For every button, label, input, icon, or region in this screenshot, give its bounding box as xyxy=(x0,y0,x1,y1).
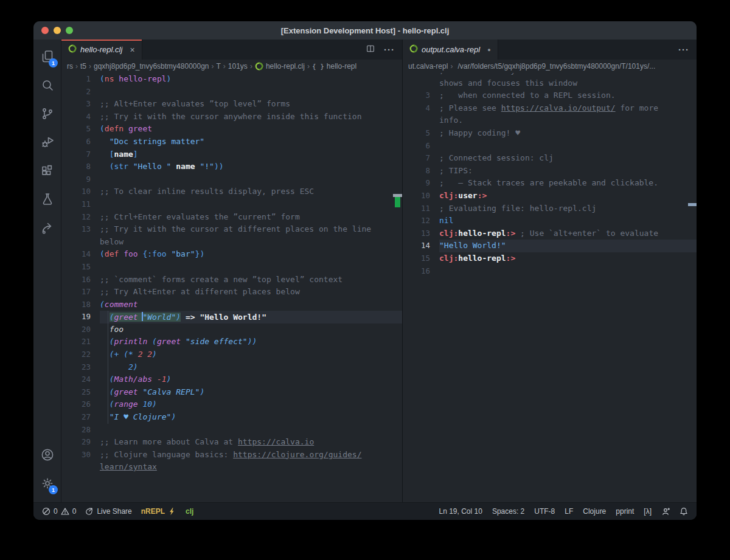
code-line[interactable]: 10clj:user:> xyxy=(403,190,697,202)
editor-groups: hello-repl.clj × ··· rs›t5›gqxhj8pd6p9_t… xyxy=(61,40,697,502)
code-line[interactable]: 13;; Try it with the cursor at different… xyxy=(61,223,402,236)
activity-item-explorer[interactable]: 1 xyxy=(33,42,61,71)
code-line[interactable]: 10;; To clear inline results display, pr… xyxy=(61,185,402,198)
breadcrumb-item[interactable]: T xyxy=(217,62,221,71)
activity-item-settings-gear[interactable]: 1 xyxy=(33,469,61,497)
code-line[interactable]: 19 (greet "World") => "Hello World!" xyxy=(61,311,402,323)
code-line[interactable]: 1(ns hello-repl) xyxy=(61,73,402,86)
code-line[interactable]: 11 xyxy=(61,198,402,211)
status-item-encoding[interactable]: UTF-8 xyxy=(534,507,555,516)
code-line[interactable]: 15 xyxy=(61,261,402,274)
code-line[interactable]: 30;; Clojure language basics: https://cl… xyxy=(61,449,402,461)
activity-item-source-control[interactable] xyxy=(33,99,61,128)
status-item-clj-session[interactable]: clj xyxy=(186,507,193,516)
editor-output-calva-repl[interactable]: ; TIPS: The keyboard shortcut `ctrl+alt+… xyxy=(403,73,697,502)
code-line[interactable]: 6 "Doc strings matter" xyxy=(61,136,402,148)
line-number: 20 xyxy=(61,323,91,336)
code-line[interactable]: 5(defn greet xyxy=(61,123,402,136)
status-item-pprint[interactable]: pprint xyxy=(616,507,634,516)
code-line[interactable]: 9 xyxy=(61,173,402,186)
code-line[interactable]: 6 xyxy=(403,140,697,153)
code-line[interactable]: 9; – Stack traces are peekable and click… xyxy=(403,177,697,190)
tab-hello-repl[interactable]: hello-repl.clj × xyxy=(61,40,142,60)
code-line[interactable]: 16 xyxy=(403,265,697,278)
code-line[interactable]: 7 [name] xyxy=(61,148,402,161)
code-line[interactable]: 15clj:hello-repl:> xyxy=(403,252,697,265)
close-window-button[interactable] xyxy=(41,27,49,34)
breadcrumb-item[interactable]: gqxhj8pd6p9_tnvy6sbtmy480000gn xyxy=(94,62,209,71)
code-line[interactable]: 21 (println (greet "side effect")) xyxy=(61,336,402,348)
code-line[interactable]: 8; TIPS: xyxy=(403,165,697,178)
code-line[interactable]: 27 "I ♥ Clojure") xyxy=(61,411,402,424)
code-line[interactable]: info. xyxy=(403,114,697,127)
code-line[interactable]: 7; Connected session: clj xyxy=(403,152,697,165)
code-line[interactable]: 8 (str "Hello " name "!")) xyxy=(61,161,402,173)
editor-hello-repl[interactable]: 1(ns hello-repl)23;; Alt+Enter evaluates… xyxy=(61,73,402,502)
code-line[interactable]: 14(def foo {:foo "bar"}) xyxy=(61,248,402,261)
status-item-notifications[interactable] xyxy=(680,507,688,516)
error-circle-icon xyxy=(42,507,50,516)
code-line[interactable]: 16;; `comment` forms create a new ”top l… xyxy=(61,274,402,286)
code-line[interactable]: ; TIPS: The keyboard shortcut `ctrl+alt+… xyxy=(403,73,697,77)
status-item-problems[interactable]: 00 xyxy=(42,507,76,516)
breadcrumb-item[interactable]: /var/folders/t5/gqxhj8pd6p9_tnvy6sbtmy48… xyxy=(455,62,655,71)
code-line[interactable]: 4;; Try it with the cursor anywhere insi… xyxy=(61,111,402,123)
breadcrumb-item[interactable]: rs xyxy=(67,62,73,71)
breadcrumb-item[interactable]: hello-repl.clj xyxy=(255,62,305,71)
status-item-nrepl[interactable]: nREPL xyxy=(141,507,176,516)
code-line[interactable]: 24 (Math/abs -1) xyxy=(61,373,402,386)
code-line[interactable]: 12nil xyxy=(403,215,697,227)
test-beaker-icon xyxy=(40,192,55,207)
status-item-language-mode[interactable]: Clojure xyxy=(583,507,606,516)
code-line[interactable]: 12;; Ctrl+Enter evaluates the ”current” … xyxy=(61,211,402,224)
more-actions-icon[interactable]: ··· xyxy=(384,44,395,55)
code-line[interactable]: 28 xyxy=(61,424,402,437)
code-line[interactable]: 11; Evaluating file: hello-repl.clj xyxy=(403,202,697,215)
status-item-cursor-position[interactable]: Ln 19, Col 10 xyxy=(439,507,482,516)
dirty-indicator-icon[interactable]: ● xyxy=(487,47,490,53)
code-line[interactable]: learn/syntax xyxy=(61,461,402,474)
status-item-eol[interactable]: LF xyxy=(565,507,573,516)
code-line[interactable]: 26 (range 10) xyxy=(61,398,402,411)
code-line[interactable]: 3; when connected to a REPL session. xyxy=(403,89,697,102)
line-number: 8 xyxy=(403,165,430,178)
tab-bar-right: output.calva-repl ● ··· xyxy=(403,40,697,60)
code-line[interactable]: 25 (greet "Calva REPL") xyxy=(61,386,402,399)
code-line[interactable]: 23 2) xyxy=(61,361,402,374)
tab-output-calva-repl[interactable]: output.calva-repl ● xyxy=(403,40,498,60)
minimize-window-button[interactable] xyxy=(54,27,61,34)
code-line[interactable]: 3;; Alt+Enter evaluates ”top level” form… xyxy=(61,98,402,111)
code-line[interactable]: 14"Hello World!" xyxy=(403,240,697,252)
overview-ruler-eval-marker xyxy=(395,197,400,207)
activity-item-calva[interactable] xyxy=(33,213,61,242)
activity-item-search[interactable] xyxy=(33,71,61,99)
status-item-indentation[interactable]: Spaces: 2 xyxy=(492,507,524,516)
code-line[interactable]: 13clj:hello-repl:> ; Use `alt+enter` to … xyxy=(403,227,697,240)
activity-item-test-beaker[interactable] xyxy=(33,185,61,213)
split-editor-icon[interactable] xyxy=(366,44,375,56)
activity-item-account[interactable] xyxy=(33,440,61,469)
code-line[interactable]: 2 xyxy=(61,86,402,99)
breadcrumb-item[interactable]: 101ys xyxy=(228,62,248,71)
breadcrumb-label: T xyxy=(217,62,221,71)
activity-item-run-debug[interactable] xyxy=(33,128,61,156)
status-item-calva-lambda[interactable]: [λ] xyxy=(644,507,652,516)
breadcrumb-item[interactable]: ut.calva-repl xyxy=(408,62,448,71)
code-line[interactable]: shows and focuses this window xyxy=(403,77,697,90)
code-line[interactable]: 22 (+ (* 2 2) xyxy=(61,348,402,361)
code-line[interactable]: 20 foo xyxy=(61,323,402,336)
code-line[interactable]: below xyxy=(61,236,402,249)
status-item-feedback[interactable] xyxy=(661,507,670,516)
status-item-live-share[interactable]: Live Share xyxy=(85,507,131,516)
close-tab-icon[interactable]: × xyxy=(130,46,134,54)
zoom-window-button[interactable] xyxy=(66,27,73,34)
code-line[interactable]: 17;; Try Alt+Enter at different places b… xyxy=(61,286,402,299)
breadcrumb-item[interactable]: { }hello-repl xyxy=(312,62,356,71)
code-line[interactable]: 29;; Learn more about Calva at https://c… xyxy=(61,436,402,449)
activity-item-extensions[interactable] xyxy=(33,156,61,185)
code-line[interactable]: 5; Happy coding! ♥ xyxy=(403,127,697,140)
more-actions-icon[interactable]: ··· xyxy=(678,44,689,55)
code-line[interactable]: 18(comment xyxy=(61,299,402,311)
breadcrumb-item[interactable]: t5 xyxy=(80,62,86,71)
code-line[interactable]: 4; Please see https://calva.io/output/ f… xyxy=(403,102,697,115)
